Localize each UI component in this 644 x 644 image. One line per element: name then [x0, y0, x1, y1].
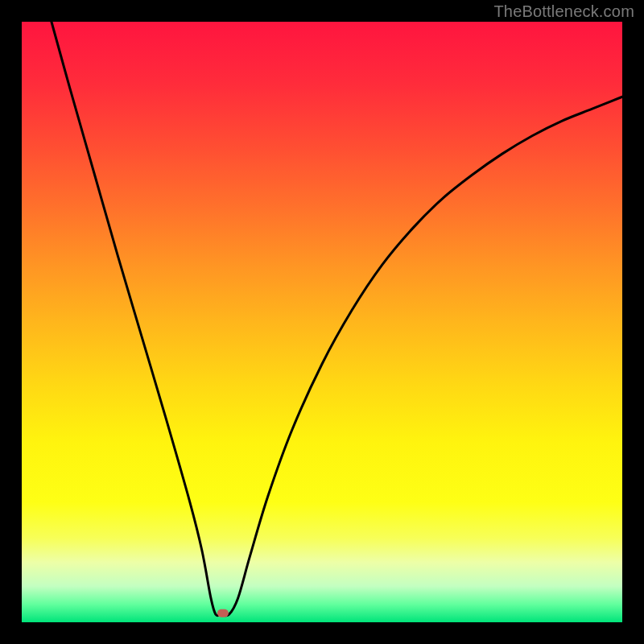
bottleneck-chart	[0, 0, 644, 644]
chart-background	[22, 22, 622, 622]
optimal-point-marker	[217, 609, 229, 617]
chart-frame: TheBottleneck.com	[0, 0, 644, 644]
